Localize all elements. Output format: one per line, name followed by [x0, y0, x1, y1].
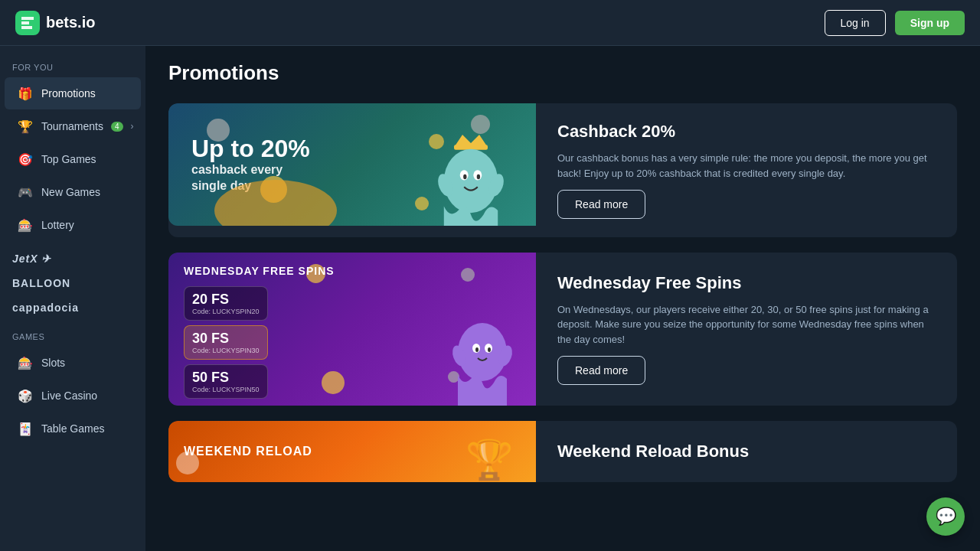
new-games-icon: 🎮: [17, 184, 34, 201]
sidebar-item-slots[interactable]: 🎰 Slots: [5, 347, 141, 379]
sidebar-item-promotions-label: Promotions: [41, 87, 96, 99]
promo-desc-cashback: Our cashback bonus has a very simple rul…: [557, 151, 936, 181]
table-games-icon: 🃏: [17, 420, 34, 437]
freespins-headline: WEDNESDAY FREE SPINS: [184, 265, 536, 277]
cashback-mascot: [429, 126, 513, 226]
signup-button[interactable]: Sign up: [895, 11, 965, 35]
fs-box-20: 20 FS Code: LUCKYSPIN20: [184, 286, 268, 321]
tournaments-icon: 🏆: [17, 118, 34, 135]
partner-balloon[interactable]: BALLOON: [12, 274, 133, 292]
partner-section: JetX ✈ BALLOON cappadocia: [0, 242, 145, 324]
page-title: Promotions: [168, 61, 957, 85]
fs-box-30: 30 FS Code: LUCKYSPIN30: [184, 325, 268, 360]
logo-text: bets.io: [46, 14, 95, 31]
logo-icon: [15, 11, 40, 35]
sidebar-item-slots-label: Slots: [41, 357, 65, 369]
promo-desc-freespins: On Wednesdays, our players receive eithe…: [557, 302, 936, 347]
sidebar-item-table-games[interactable]: 🃏 Table Games: [5, 412, 141, 445]
chevron-down-icon: ›: [131, 121, 134, 132]
promo-image-cashback: Up to 20% cashback every single day: [168, 103, 536, 226]
promo-card-cashback: Up to 20% cashback every single day: [168, 103, 957, 237]
partner-cappadocia[interactable]: cappadocia: [12, 298, 133, 317]
promo-title-cashback: Cashback 20%: [557, 122, 936, 142]
slots-icon: 🎰: [17, 354, 34, 371]
content-area: Promotions Up to 20% cashback every sing…: [145, 46, 980, 551]
svg-point-3: [444, 149, 498, 214]
games-label: GAMES: [0, 324, 145, 346]
svg-point-14: [488, 347, 491, 352]
promotions-icon: 🎁: [17, 85, 34, 102]
weekend-trophy-icon: 🏆: [466, 438, 513, 482]
chat-icon: 💬: [936, 507, 956, 527]
sidebar-item-lottery[interactable]: 🎰 Lottery: [5, 209, 141, 241]
sidebar: FOR YOU 🎁 Promotions 🏆 Tournaments 4 › 🎯…: [0, 46, 145, 551]
svg-point-13: [475, 347, 479, 352]
main-layout: FOR YOU 🎁 Promotions 🏆 Tournaments 4 › 🎯…: [0, 46, 980, 551]
sidebar-item-new-games-label: New Games: [41, 186, 100, 198]
read-more-freespins[interactable]: Read more: [557, 356, 645, 385]
promo-image-freespins: WEDNESDAY FREE SPINS 20 FS Code: LUCKYSP…: [168, 253, 536, 406]
lottery-icon: 🎰: [17, 217, 34, 233]
for-you-label: FOR YOU: [0, 55, 145, 77]
promo-card-freespins: WEDNESDAY FREE SPINS 20 FS Code: LUCKYSP…: [168, 253, 957, 406]
promo-title-weekend: Weekend Reload Bonus: [557, 442, 936, 461]
sidebar-item-top-games[interactable]: 🎯 Top Games: [5, 143, 141, 175]
promo-card-weekend: WEEKEND RELOAD 🏆 Weekend Reload Bonus: [168, 421, 957, 482]
freespins-mascot: [444, 298, 521, 406]
header: bets.io Log in Sign up: [0, 0, 980, 46]
tournaments-badge: 4: [111, 122, 123, 132]
sidebar-item-live-casino-label: Live Casino: [41, 390, 97, 402]
read-more-cashback[interactable]: Read more: [557, 190, 645, 219]
svg-point-10: [458, 323, 507, 381]
freespins-boxes: 20 FS Code: LUCKYSPIN20 30 FS Code: LUCK…: [184, 286, 268, 399]
promo-info-cashback: Cashback 20% Our cashback bonus has a ve…: [536, 103, 957, 237]
sidebar-item-new-games[interactable]: 🎮 New Games: [5, 176, 141, 208]
sidebar-item-tournaments-label: Tournaments: [41, 120, 103, 132]
sidebar-item-live-casino[interactable]: 🎲 Live Casino: [5, 380, 141, 412]
top-games-icon: 🎯: [17, 151, 34, 168]
fs-box-50: 50 FS Code: LUCKYSPIN50: [184, 364, 268, 399]
sidebar-item-tournaments[interactable]: 🏆 Tournaments 4 ›: [5, 110, 141, 142]
partner-jetx[interactable]: JetX ✈: [12, 249, 133, 268]
promo-image-weekend: WEEKEND RELOAD 🏆: [168, 421, 536, 482]
live-casino-icon: 🎲: [17, 387, 34, 404]
promo-info-weekend: Weekend Reload Bonus: [536, 421, 957, 482]
logo[interactable]: bets.io: [15, 11, 95, 35]
weekend-image-text: WEEKEND RELOAD: [184, 445, 312, 458]
svg-point-7: [477, 174, 480, 180]
chat-button[interactable]: 💬: [926, 497, 965, 536]
sidebar-item-table-games-label: Table Games: [41, 422, 104, 435]
svg-point-6: [463, 174, 466, 180]
login-button[interactable]: Log in: [825, 10, 886, 36]
promo-info-freespins: Wednesday Free Spins On Wednesdays, our …: [536, 253, 957, 406]
promo-title-freespins: Wednesday Free Spins: [557, 273, 936, 293]
sidebar-item-promotions[interactable]: 🎁 Promotions: [5, 77, 141, 109]
sidebar-item-lottery-label: Lottery: [41, 219, 74, 231]
sidebar-item-top-games-label: Top Games: [41, 153, 96, 165]
header-actions: Log in Sign up: [825, 10, 965, 36]
